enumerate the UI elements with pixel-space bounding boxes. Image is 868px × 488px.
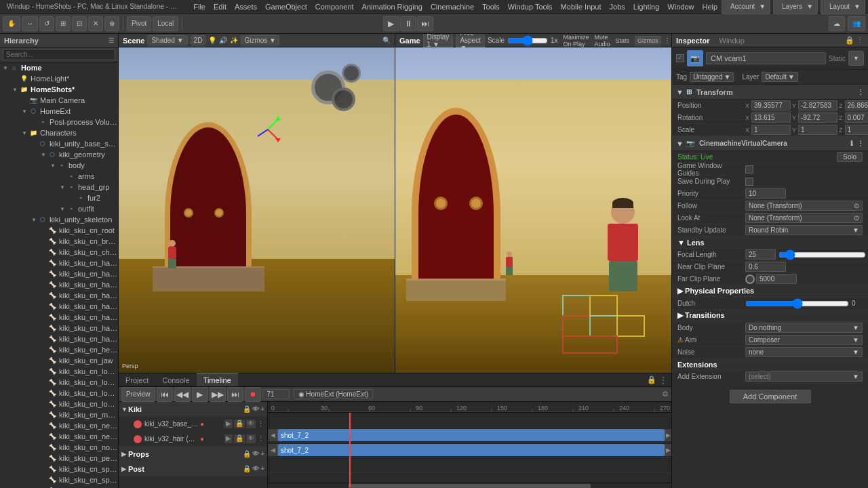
tree-item-hair3[interactable]: 🦴 kiki_sku_cn_hair3 bbox=[0, 279, 118, 290]
rotation-z-input[interactable] bbox=[845, 113, 868, 123]
timeline-clip-kiki-base[interactable]: shot_7_2 bbox=[278, 429, 665, 441]
move-tool[interactable]: ↔ bbox=[22, 16, 38, 31]
maximize-btn[interactable]: Maximize On Play bbox=[564, 34, 589, 47]
post-eye-icon[interactable]: 👁 bbox=[252, 465, 259, 472]
tree-item-mad-neck[interactable]: 🦴 kiki_sku_cn_mad_neck bbox=[0, 409, 118, 420]
tree-item-arms[interactable]: ▪ arms bbox=[0, 171, 118, 182]
tree-item-hair2[interactable]: 🦴 kiki_sku_cn_hair2 bbox=[0, 268, 118, 279]
menu-component[interactable]: Component bbox=[311, 3, 358, 11]
timeline-preview-btn[interactable]: Preview bbox=[121, 387, 155, 402]
timeline-frame-input[interactable] bbox=[262, 389, 290, 399]
menu-file[interactable]: File bbox=[189, 3, 210, 11]
inspector-more-icon[interactable]: ⋮ bbox=[856, 36, 864, 45]
pivot-button[interactable]: Pivot bbox=[127, 16, 151, 31]
timeline-playhead[interactable] bbox=[349, 413, 351, 487]
transform-menu-icon[interactable]: ⋮ bbox=[857, 88, 864, 96]
account-button[interactable]: Account ▼ bbox=[722, 0, 770, 14]
object-active-checkbox[interactable] bbox=[676, 54, 684, 62]
body-dropdown[interactable]: Do nothing ▼ bbox=[745, 323, 863, 333]
post-expand-arrow[interactable]: ▶ bbox=[121, 466, 128, 472]
tree-item-nose1[interactable]: 🦴 kiki_sku_cn_nose1 bbox=[0, 442, 118, 453]
tree-item-homeext[interactable]: ▼ ⬡ HomeExt bbox=[0, 106, 118, 117]
menu-tools[interactable]: Tools bbox=[478, 3, 504, 11]
cloud-button[interactable]: ☁ bbox=[829, 16, 845, 31]
post-add-icon[interactable]: + bbox=[260, 465, 264, 472]
post-lock-icon[interactable]: 🔒 bbox=[243, 465, 251, 472]
track-kiki-base-anim[interactable]: kiki_v32_base_smoo ● ▶ 🔒 👁 ⋮ bbox=[119, 417, 267, 432]
kiki-lock-icon[interactable]: 🔒 bbox=[243, 405, 251, 413]
tree-item-neck1[interactable]: 🦴 kiki_sku_cn_neck_1 bbox=[0, 420, 118, 431]
menu-lighting[interactable]: Lighting bbox=[629, 3, 664, 11]
game-window-guides-checkbox[interactable] bbox=[745, 165, 753, 174]
mute-btn[interactable]: Mute Audio bbox=[595, 34, 610, 47]
hierarchy-search[interactable] bbox=[3, 49, 115, 60]
homeext-selector[interactable]: ◉ HomeExt (HomeExt) bbox=[294, 389, 373, 399]
transform-component-header[interactable]: ▼ ⊞ Transform ⋮ bbox=[672, 85, 868, 100]
props-add-icon[interactable]: + bbox=[260, 450, 264, 458]
menu-animation-rigging[interactable]: Animation Rigging bbox=[358, 3, 427, 11]
tree-item-hair6[interactable]: 🦴 kiki_sku_cn_hair6 bbox=[0, 312, 118, 323]
tree-item-outfit[interactable]: ▼ ▪ outfit bbox=[0, 203, 118, 214]
inspector-lock-icon[interactable]: 🔒 bbox=[845, 36, 854, 45]
scene-skybox-icon[interactable]: Gizmos ▼ bbox=[241, 35, 279, 45]
kiki-base-btn1[interactable]: ▶ bbox=[224, 420, 233, 428]
timeline-go-start[interactable]: ⏮ bbox=[157, 387, 173, 402]
kiki-hair-more[interactable]: ⋮ bbox=[257, 434, 264, 443]
rect-tool[interactable]: ⊡ bbox=[72, 16, 87, 31]
look-at-field[interactable]: None (Transform) ⊙ bbox=[745, 213, 863, 223]
cinemachine-info-icon[interactable]: ℹ bbox=[850, 140, 853, 147]
scene-2d-btn[interactable]: 2D bbox=[191, 35, 206, 45]
props-expand-arrow[interactable]: ▶ bbox=[121, 451, 128, 458]
shaded-button[interactable]: Shaded ▼ bbox=[147, 35, 187, 45]
bottom-panel-lock-icon[interactable]: 🔒 bbox=[647, 375, 656, 384]
add-component-button[interactable]: Add Component bbox=[730, 390, 811, 403]
kiki-base-btn2[interactable]: 🔒 bbox=[234, 420, 245, 428]
near-clip-input[interactable] bbox=[745, 262, 786, 272]
kiki-hair-btn2[interactable]: 🔒 bbox=[234, 434, 245, 443]
kiki-base-btn3[interactable]: 👁 bbox=[246, 420, 256, 428]
props-lock-icon[interactable]: 🔒 bbox=[243, 450, 251, 458]
follow-field[interactable]: None (Transform) ⊙ bbox=[745, 201, 863, 211]
tag-dropdown[interactable]: Untagged ▼ bbox=[690, 72, 734, 82]
inspector-windup-tab[interactable]: Windup bbox=[719, 37, 745, 45]
tree-item-body[interactable]: ▼ ▪ body bbox=[0, 160, 118, 171]
far-clip-lock-icon[interactable] bbox=[745, 274, 755, 284]
tree-item-fur2[interactable]: ▪ fur2 bbox=[0, 192, 118, 203]
menu-gameobject[interactable]: GameObject bbox=[261, 3, 311, 11]
rotation-x-input[interactable] bbox=[751, 113, 791, 123]
play-button[interactable]: ▶ bbox=[383, 16, 399, 31]
kiki-add-icon[interactable]: + bbox=[260, 405, 264, 413]
tree-item-cn-head[interactable]: 🦴 kiki_sku_cn_head bbox=[0, 344, 118, 355]
tree-item-kiki-skeleton[interactable]: ▼ ⬡ kiki_unity_skeleton bbox=[0, 214, 118, 225]
props-eye-icon[interactable]: 👁 bbox=[252, 450, 259, 458]
tree-item-lowerbel[interactable]: 🦴 kiki_sku_cn_lowerbel... bbox=[0, 366, 118, 377]
game-viewport[interactable] bbox=[395, 47, 671, 373]
step-button[interactable]: ⏭ bbox=[417, 16, 433, 31]
tree-item-bone-root[interactable]: 🦴 kiki_sku_cn_root bbox=[0, 225, 118, 236]
tree-item-hair1[interactable]: 🦴 kiki_sku_cn_hair1 bbox=[0, 258, 118, 268]
far-clip-input[interactable] bbox=[756, 274, 797, 284]
menu-window[interactable]: Window bbox=[663, 3, 698, 11]
hand-tool[interactable]: ✋ bbox=[3, 16, 20, 31]
timeline-clip-kiki-hair[interactable]: shot_7_2 bbox=[278, 444, 665, 456]
object-name-input[interactable] bbox=[706, 52, 826, 64]
kiki-expand-arrow[interactable]: ▼ bbox=[121, 406, 128, 413]
kiki-eye-icon[interactable]: 👁 bbox=[252, 405, 259, 413]
noise-dropdown[interactable]: none ▼ bbox=[745, 347, 863, 357]
save-during-play-checkbox[interactable] bbox=[745, 178, 753, 186]
tree-item-hair5[interactable]: 🦴 kiki_sku_cn_hair5 bbox=[0, 301, 118, 312]
cinemachine-component-header[interactable]: ▼ 📷 CinemachineVirtualCamera ℹ ⋮ bbox=[672, 136, 868, 151]
layer-dropdown[interactable]: Default ▼ bbox=[762, 72, 798, 82]
menu-jobs[interactable]: Jobs bbox=[606, 3, 629, 11]
position-z-input[interactable] bbox=[845, 100, 868, 110]
menu-help[interactable]: Help bbox=[698, 3, 722, 11]
position-x-input[interactable] bbox=[751, 100, 791, 110]
aim-dropdown[interactable]: Composer ▼ bbox=[745, 335, 863, 345]
menu-cinemachine[interactable]: Cinemachine bbox=[427, 3, 478, 11]
tree-item-hair4[interactable]: 🦴 kiki_sku_cn_hair4 bbox=[0, 290, 118, 301]
tab-timeline[interactable]: Timeline bbox=[197, 373, 238, 386]
scale-z-input[interactable] bbox=[845, 125, 868, 135]
timeline-go-end[interactable]: ⏭ bbox=[227, 387, 243, 402]
tree-item-hair7[interactable]: 🦴 kiki_sku_cn_hair7 bbox=[0, 323, 118, 333]
tree-item-bracksocket[interactable]: 🦴 kiki_sku_cn_bracksocket bbox=[0, 236, 118, 247]
